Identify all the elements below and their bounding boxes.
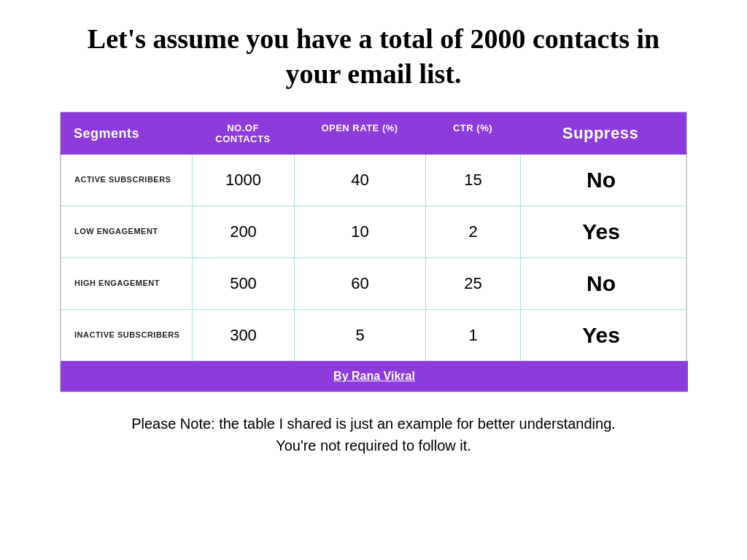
header-ctr: CTR (%) [425, 112, 520, 155]
header-segments: Segments [61, 112, 192, 155]
cell-open-rate-4: 5 [295, 310, 426, 361]
author-link[interactable]: By Rana Vikral [333, 370, 415, 382]
cell-contacts-1: 1000 [193, 155, 295, 206]
cell-ctr-2: 2 [426, 206, 521, 257]
cell-ctr-3: 25 [426, 258, 521, 309]
cell-segment-2: LOW ENGAGEMENT [61, 206, 193, 257]
cell-suppress-4: Yes [521, 310, 681, 361]
table-footer-banner: By Rana Vikral [61, 361, 688, 392]
cell-open-rate-2: 10 [295, 206, 426, 257]
cell-ctr-4: 1 [426, 310, 521, 361]
cell-segment-4: INACTIVE SUBSCRIBERS [61, 310, 193, 361]
header-open-rate: OPEN RATE (%) [294, 112, 425, 155]
cell-contacts-2: 200 [193, 206, 295, 257]
cell-segment-1: ACTIVE SUBSCRIBERS [61, 155, 193, 206]
cell-suppress-1: No [521, 155, 681, 206]
header-suppress: Suppress [520, 112, 681, 155]
cell-contacts-4: 300 [193, 310, 295, 361]
page-headline: Let's assume you have a total of 2000 co… [88, 22, 659, 91]
cell-open-rate-3: 60 [295, 258, 426, 309]
cell-ctr-1: 15 [426, 155, 521, 206]
table-header-row: Segments NO.OF CONTACTS OPEN RATE (%) CT… [61, 112, 686, 155]
cell-segment-3: HIGH ENGAGEMENT [61, 258, 193, 309]
table-row: LOW ENGAGEMENT 200 10 2 Yes [61, 206, 686, 258]
note-text: Please Note: the table I shared is just … [131, 413, 616, 456]
table-row: ACTIVE SUBSCRIBERS 1000 40 15 No [61, 155, 686, 206]
table-body: ACTIVE SUBSCRIBERS 1000 40 15 No LOW ENG… [61, 155, 686, 361]
data-table: Segments NO.OF CONTACTS OPEN RATE (%) CT… [60, 112, 687, 392]
table-row: INACTIVE SUBSCRIBERS 300 5 1 Yes [61, 310, 686, 361]
cell-contacts-3: 500 [193, 258, 295, 309]
cell-open-rate-1: 40 [295, 155, 426, 206]
table-row: HIGH ENGAGEMENT 500 60 25 No [61, 258, 686, 310]
header-contacts: NO.OF CONTACTS [192, 112, 294, 155]
cell-suppress-3: No [521, 258, 681, 309]
cell-suppress-2: Yes [521, 206, 681, 257]
